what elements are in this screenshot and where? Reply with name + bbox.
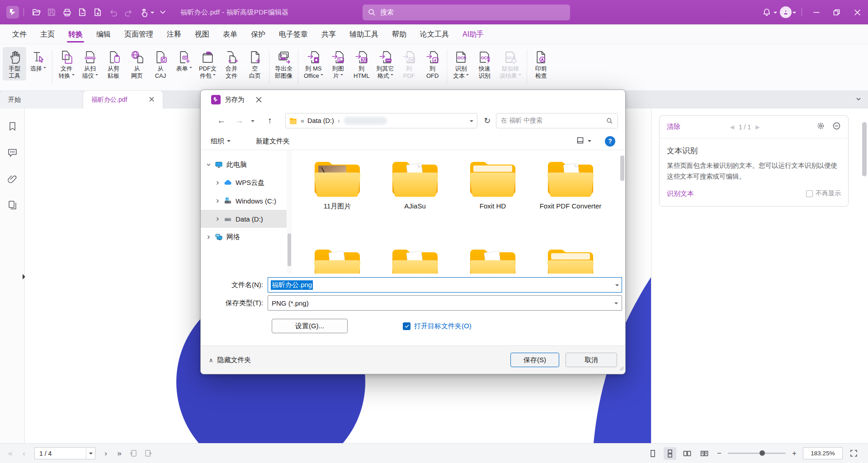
settings-button[interactable]: 设置(G)... xyxy=(272,319,348,333)
ribb-to-other-format-button[interactable]: 到其它格式 xyxy=(373,47,397,80)
menu-convert[interactable]: 转换 xyxy=(61,24,90,44)
breadcrumb[interactable]: « Data (D:) › xyxy=(285,113,477,128)
menu-form[interactable]: 表单 xyxy=(216,24,244,44)
notifications-bell-icon[interactable] xyxy=(759,5,774,20)
ribbon-collapse-chevron-icon[interactable] xyxy=(855,96,862,104)
ribb-file-convert-button[interactable]: 文件转换 xyxy=(55,47,78,80)
tree-scrollbar-thumb[interactable] xyxy=(288,233,291,266)
panel-scrollbar-thumb[interactable] xyxy=(862,122,867,176)
tree-item-data-d[interactable]: Data (D:) xyxy=(201,210,287,228)
tab-document-active[interactable]: 福昕办公.pdf xyxy=(83,91,163,109)
ribb-preflight-button[interactable]: 印前检查 xyxy=(529,47,553,80)
ribb-merge-files-button[interactable]: 合并文件 xyxy=(220,47,243,80)
single-page-view-icon[interactable] xyxy=(646,447,659,460)
folder-tile-november-images[interactable]: 11月图片 xyxy=(298,158,376,210)
ribb-pdf-package-button[interactable]: PDF文件包 xyxy=(196,47,220,80)
tree-item-network[interactable]: 网络 xyxy=(201,228,287,246)
ribb-to-ofd-button[interactable]: 到OFD xyxy=(421,47,444,80)
facing-view-icon[interactable] xyxy=(681,447,693,460)
folder-tile-partial[interactable] xyxy=(376,246,454,274)
minimize-button[interactable] xyxy=(807,5,826,20)
save-button[interactable] xyxy=(44,5,59,20)
zoom-slider[interactable] xyxy=(728,453,786,454)
menu-view[interactable]: 视图 xyxy=(188,24,216,44)
comments-panel-icon[interactable] xyxy=(7,147,18,160)
next-page-button[interactable]: › xyxy=(100,449,112,458)
prev-page-button[interactable]: ‹ xyxy=(18,449,30,458)
ribb-quick-ocr-button[interactable]: OCR 快速识别 xyxy=(473,47,496,80)
account-dropdown-icon[interactable] xyxy=(793,12,796,15)
zoom-slider-thumb[interactable] xyxy=(760,450,765,456)
zoom-out-button[interactable]: − xyxy=(715,449,723,458)
menu-edit[interactable]: 编辑 xyxy=(90,24,118,44)
filetype-select[interactable]: PNG (*.png) xyxy=(268,295,622,311)
book-view-icon[interactable] xyxy=(698,447,711,460)
ribb-to-image-button[interactable]: 到图片 xyxy=(326,47,350,80)
nav-up-icon[interactable]: ↑ xyxy=(261,116,279,126)
previous-view-button[interactable] xyxy=(127,447,140,460)
ribb-ocr-text-button[interactable]: OCR 识别文本 xyxy=(449,47,473,80)
menu-file[interactable]: 文件 xyxy=(5,24,33,44)
settings-gear-icon[interactable] xyxy=(816,122,825,132)
first-page-button[interactable]: « xyxy=(5,449,16,458)
ribb-from-web-button[interactable]: 从网页 xyxy=(125,47,149,80)
tab-start[interactable]: 开始 xyxy=(0,91,83,109)
add-page-button[interactable] xyxy=(90,5,105,20)
next-view-button[interactable] xyxy=(142,447,154,460)
menu-paper-tools[interactable]: 论文工具 xyxy=(413,24,456,44)
last-page-button[interactable]: » xyxy=(113,449,125,458)
fullscreen-icon[interactable] xyxy=(847,447,860,460)
pager-next-icon[interactable]: ▶ xyxy=(755,124,760,130)
ribb-to-pdf-button[interactable]: 到PDF xyxy=(397,47,421,80)
open-target-label[interactable]: 打开目标文件夹(O) xyxy=(414,322,472,331)
hide-folders-button[interactable]: ∧ 隐藏文件夹 xyxy=(209,356,251,364)
menu-help[interactable]: 帮助 xyxy=(385,24,413,44)
folder-tile-partial[interactable] xyxy=(454,246,532,274)
dialog-search-input[interactable]: 在 福昕 中搜索 xyxy=(496,113,618,128)
crumb-drive[interactable]: Data (D:) xyxy=(307,117,334,124)
toolbar-more-chevron-icon[interactable] xyxy=(155,5,170,20)
pages-panel-icon[interactable] xyxy=(7,200,18,212)
touch-mode-button[interactable] xyxy=(136,5,151,20)
redo-button[interactable] xyxy=(121,5,136,20)
folder-tile-partial[interactable] xyxy=(532,246,609,274)
account-avatar[interactable] xyxy=(778,5,793,20)
view-dropdown-icon[interactable] xyxy=(588,140,591,144)
help-button[interactable]: ? xyxy=(605,136,615,146)
chevron-collapsed-icon[interactable] xyxy=(215,179,220,187)
menu-protect[interactable]: 保护 xyxy=(244,24,272,44)
grid-scrollbar-thumb[interactable] xyxy=(620,156,624,181)
page-number-input[interactable]: 1 / 4 xyxy=(34,447,95,459)
continuous-view-icon[interactable] xyxy=(664,447,676,460)
ribb-blank-page-button[interactable]: 空白页 xyxy=(243,47,267,80)
tree-item-this-pc[interactable]: 此电脑 xyxy=(201,156,287,174)
recent-locations-chevron-icon[interactable] xyxy=(251,120,255,124)
collapse-panel-icon[interactable] xyxy=(832,122,841,132)
filetype-dropdown-icon[interactable] xyxy=(614,302,618,306)
attachments-panel-icon[interactable] xyxy=(7,174,18,186)
menu-accessibility[interactable]: 辅助工具 xyxy=(343,24,385,44)
menu-esign[interactable]: 电子签章 xyxy=(272,24,315,44)
chevron-collapsed-icon[interactable] xyxy=(206,233,211,241)
delete-page-button[interactable] xyxy=(75,5,90,20)
filename-dropdown-icon[interactable] xyxy=(615,284,619,288)
open-target-checkbox-checked[interactable] xyxy=(403,322,410,330)
tree-item-windows-c[interactable]: Windows (C:) xyxy=(201,192,287,210)
organize-button[interactable]: 组织 xyxy=(211,137,231,146)
refresh-icon[interactable]: ↻ xyxy=(484,116,491,126)
folder-tile-foxit-pdf-converter[interactable]: Foxit PDF Converter xyxy=(532,158,609,210)
chevron-expanded-icon[interactable] xyxy=(206,161,211,169)
zoom-level-input[interactable]: 183.25% xyxy=(803,447,843,459)
ribb-to-ms-office-button[interactable]: 到 MSOffice xyxy=(301,47,326,80)
menu-share[interactable]: 共享 xyxy=(315,24,343,44)
ribb-export-images-button[interactable]: 导出全部图像 xyxy=(272,47,296,80)
folder-tile-ajiasu[interactable]: AJiaSu xyxy=(376,158,454,210)
print-button[interactable] xyxy=(59,5,75,20)
open-file-button[interactable] xyxy=(28,5,44,20)
undo-button[interactable] xyxy=(105,5,121,20)
pager-prev-icon[interactable]: ◀ xyxy=(730,124,734,130)
breadcrumb-dropdown-icon[interactable] xyxy=(470,120,473,124)
ribb-from-clipboard-button[interactable]: 从剪贴板 xyxy=(102,47,125,80)
dialog-titlebar[interactable]: 另存为 xyxy=(201,90,625,109)
menu-ai-assistant[interactable]: AI助手 xyxy=(456,24,491,44)
